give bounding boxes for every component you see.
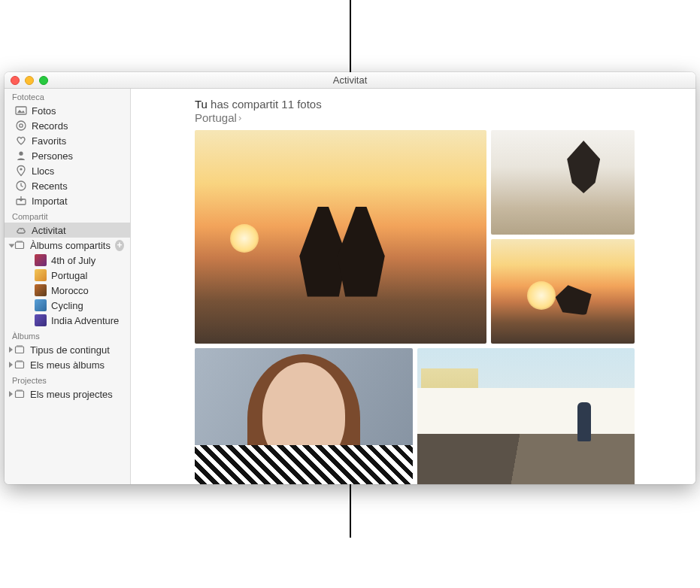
sidebar-item-records[interactable]: Records — [5, 118, 130, 133]
svg-rect-10 — [16, 347, 24, 353]
album-thumb-icon — [35, 269, 47, 281]
sidebar-item-morocco[interactable]: Morocco — [5, 283, 130, 298]
svg-point-5 — [20, 168, 22, 170]
sidebar-item-label: Favorits — [32, 135, 66, 147]
photo-thumbnail[interactable] — [195, 348, 413, 484]
sidebar-item-persones[interactable]: Persones — [5, 148, 130, 163]
sidebar-section-albums: Àlbums — [5, 328, 130, 342]
album-icon — [14, 359, 26, 371]
svg-rect-12 — [16, 362, 24, 368]
sidebar-item-label: 4th of July — [51, 255, 95, 266]
album-thumb-icon — [35, 254, 47, 266]
sidebar-item-albums-compartits[interactable]: Àlbums compartits + — [5, 238, 130, 253]
sidebar-item-label: Morocco — [51, 285, 89, 296]
activity-header: Tu has compartit 11 fotos Portugal › — [131, 89, 695, 130]
sidebar-item-label: Recents — [32, 180, 68, 192]
sidebar-item-recents[interactable]: Recents — [5, 178, 130, 193]
clock-icon — [15, 180, 27, 192]
svg-rect-14 — [16, 391, 24, 398]
svg-rect-9 — [17, 241, 23, 242]
app-window: Activitat Fototeca Fotos Records Favorit… — [5, 72, 695, 484]
import-icon — [15, 195, 27, 207]
album-thumb-icon — [35, 299, 47, 311]
sidebar-item-favorits[interactable]: Favorits — [5, 133, 130, 148]
sidebar-item-label: Llocs — [32, 165, 54, 177]
zoom-icon[interactable] — [39, 76, 48, 85]
sidebar-item-label: Importat — [32, 195, 68, 207]
callout-line-bottom — [350, 484, 351, 538]
activity-view: Tu has compartit 11 fotos Portugal › — [131, 89, 695, 484]
sidebar-item-importat[interactable]: Importat — [5, 193, 130, 208]
sidebar-item-label: Portugal — [51, 270, 87, 281]
sidebar-item-label: India Adventure — [51, 315, 119, 326]
heart-icon — [15, 135, 27, 147]
pin-icon — [15, 165, 27, 177]
close-icon[interactable] — [11, 76, 20, 85]
sidebar-item-cycling[interactable]: Cycling — [5, 298, 130, 313]
svg-rect-0 — [16, 107, 26, 114]
sidebar-section-compartit: Compartit — [5, 208, 130, 223]
chevron-right-icon: › — [238, 112, 241, 123]
sidebar-item-activitat[interactable]: Activitat — [5, 223, 130, 238]
svg-rect-8 — [16, 242, 24, 249]
sidebar-item-label: Els meus àlbums — [30, 359, 105, 371]
callout-line-top — [350, 0, 351, 72]
photos-icon — [15, 105, 27, 117]
sidebar-item-label: Tipus de contingut — [30, 344, 110, 356]
activity-who: Tu — [195, 98, 208, 111]
add-icon[interactable]: + — [115, 240, 124, 251]
sidebar-item-label: Els meus projectes — [30, 389, 113, 400]
cloud-icon — [15, 224, 27, 236]
minimize-icon[interactable] — [25, 76, 34, 85]
sidebar-section-fototeca: Fototeca — [5, 89, 130, 103]
records-icon — [15, 120, 27, 132]
svg-rect-15 — [17, 390, 23, 391]
svg-marker-1 — [17, 110, 25, 113]
album-icon — [14, 388, 26, 400]
svg-rect-13 — [17, 361, 23, 362]
album-icon — [14, 344, 26, 356]
svg-point-4 — [19, 152, 23, 156]
sidebar-item-label: Àlbums compartits — [30, 240, 111, 251]
photo-thumbnail[interactable] — [195, 130, 486, 344]
sidebar-item-portugal[interactable]: Portugal — [5, 268, 130, 283]
sidebar-item-india-adventure[interactable]: India Adventure — [5, 313, 130, 328]
photo-thumbnail[interactable] — [491, 130, 635, 235]
svg-point-3 — [20, 124, 23, 127]
sidebar-item-label: Activitat — [32, 225, 66, 236]
photo-grid — [131, 130, 695, 484]
sidebar-item-tipus-contingut[interactable]: Tipus de contingut — [5, 342, 130, 357]
sidebar-item-meus-projectes[interactable]: Els meus projectes — [5, 386, 130, 402]
sidebar: Fototeca Fotos Records Favorits Persones — [5, 89, 131, 484]
svg-point-2 — [17, 121, 26, 130]
sidebar-item-4th-of-july[interactable]: 4th of July — [5, 253, 130, 268]
activity-album-link[interactable]: Portugal › — [195, 111, 695, 124]
sidebar-item-label: Cycling — [51, 300, 83, 311]
window-title: Activitat — [5, 74, 695, 86]
sidebar-item-fotos[interactable]: Fotos — [5, 103, 130, 118]
album-icon — [14, 239, 26, 251]
activity-summary: Tu has compartit 11 fotos — [195, 98, 695, 111]
person-icon — [15, 150, 27, 162]
titlebar: Activitat — [5, 72, 695, 89]
sidebar-item-llocs[interactable]: Llocs — [5, 163, 130, 178]
activity-album-name: Portugal — [195, 111, 237, 124]
sidebar-item-label: Records — [32, 120, 68, 132]
album-thumb-icon — [35, 284, 47, 296]
photo-thumbnail[interactable] — [417, 348, 635, 484]
sidebar-section-projectes: Projectes — [5, 372, 130, 386]
sidebar-item-meus-albums[interactable]: Els meus àlbums — [5, 357, 130, 372]
sidebar-item-label: Fotos — [32, 105, 56, 117]
photo-thumbnail[interactable] — [491, 239, 635, 344]
window-controls — [11, 76, 48, 85]
svg-rect-11 — [17, 346, 23, 347]
activity-rest: has compartit 11 fotos — [208, 98, 322, 111]
sidebar-item-label: Persones — [32, 150, 73, 162]
album-thumb-icon — [35, 314, 47, 326]
